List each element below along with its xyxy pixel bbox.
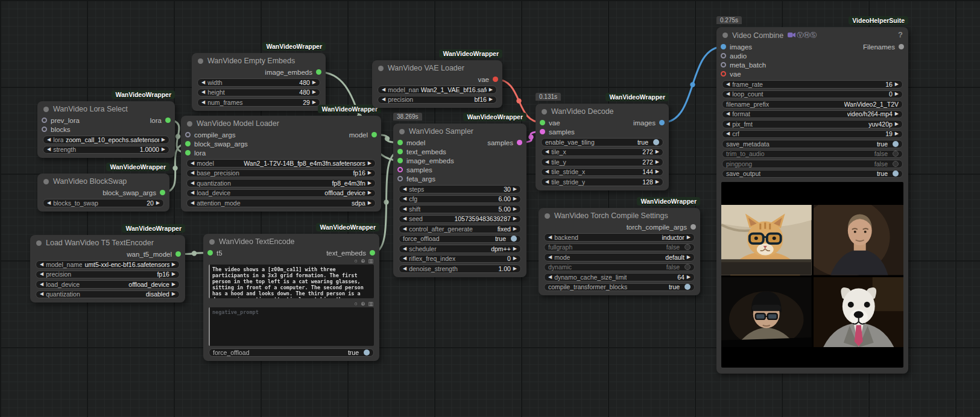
widget-precision[interactable]: ◀precisionbf16▶ <box>378 96 497 104</box>
decrement-arrow[interactable]: ◀ <box>545 149 549 154</box>
increment-arrow[interactable]: ▶ <box>172 272 175 277</box>
node-vae_loader[interactable]: WanVideoWrapperWanVideo VAE Loadervae◀mo… <box>372 60 502 108</box>
widget-precision[interactable]: ◀precisionfp16▶ <box>36 271 180 279</box>
widget-compile_transformer_blocks[interactable]: compile_transformer_blockstrue <box>544 283 695 292</box>
output-slot-dot[interactable] <box>397 149 403 154</box>
widget-control_after_generate[interactable]: ◀control_after_generatefixed▶ <box>399 225 521 233</box>
widget-model_name[interactable]: ◀model_nameumt5-xxl-enc-bf16.safetensors… <box>36 260 180 269</box>
decrement-arrow[interactable]: ◀ <box>40 282 43 287</box>
node-lora_select[interactable]: WanVideoWrapperWanVideo Lora Selectprev_… <box>37 101 175 158</box>
increment-arrow[interactable]: ▶ <box>489 97 493 102</box>
collapse-dot[interactable] <box>542 109 547 114</box>
output-slot-dot[interactable] <box>721 44 726 49</box>
input-slot-dot[interactable] <box>397 167 403 172</box>
widget-num_frames[interactable]: ◀num_frames29▶ <box>197 98 320 107</box>
decrement-arrow[interactable]: ◀ <box>403 227 406 231</box>
decrement-arrow[interactable]: ◀ <box>201 100 205 105</box>
widget-shift[interactable]: ◀shift5.00▶ <box>399 205 521 213</box>
increment-arrow[interactable]: ▶ <box>162 137 165 142</box>
increment-arrow[interactable]: ▶ <box>368 181 371 186</box>
widget-scheduler[interactable]: ◀schedulerdpm++▶ <box>399 245 521 253</box>
increment-arrow[interactable]: ▶ <box>513 246 517 251</box>
output-slot-dot[interactable] <box>899 44 904 49</box>
input-slot-dot[interactable] <box>42 118 47 123</box>
node-empty_embeds[interactable]: WanVideoWrapperWanVideo Empty Embedsimag… <box>192 53 326 111</box>
widget-save_output[interactable]: save_outputtrue <box>722 170 903 178</box>
input-slot-dot[interactable] <box>721 71 726 77</box>
collapse-dot[interactable] <box>399 129 405 134</box>
toggle-dot[interactable] <box>893 161 899 167</box>
toggle-dot[interactable] <box>684 264 691 270</box>
output-slot-dot[interactable] <box>493 77 498 82</box>
widget-pix_fmt[interactable]: ◀pix_fmtyuv420p▶ <box>722 120 903 128</box>
widget-seed[interactable]: ◀seed1057359483639287▶ <box>399 215 521 224</box>
widget-quantization[interactable]: ◀quantizationdisabled▶ <box>36 290 180 299</box>
node-blockswap[interactable]: WanVideoWrapperWanVideo BlockSwapblock_s… <box>37 174 169 212</box>
crosshair-icon[interactable]: ⊕ <box>361 258 365 264</box>
toggle-dot[interactable] <box>364 350 370 356</box>
increment-arrow[interactable]: ▶ <box>312 100 316 105</box>
decrement-arrow[interactable]: ◀ <box>47 137 51 142</box>
increment-arrow[interactable]: ▶ <box>172 262 175 267</box>
output-slot-dot[interactable] <box>659 120 665 125</box>
widget-dynamic[interactable]: dynamicfalse <box>544 263 695 272</box>
decrement-arrow[interactable]: ◀ <box>403 187 406 192</box>
widget-mode[interactable]: ◀modedefault▶ <box>544 253 695 262</box>
decrement-arrow[interactable]: ◀ <box>403 207 406 212</box>
collapse-dot[interactable] <box>36 240 42 246</box>
collapse-dot[interactable] <box>545 213 550 219</box>
increment-arrow[interactable]: ▶ <box>656 160 659 165</box>
input-slot-dot[interactable] <box>397 176 403 181</box>
decrement-arrow[interactable]: ◀ <box>382 87 385 92</box>
output-slot-dot[interactable] <box>397 158 403 163</box>
widget-cfg[interactable]: ◀cfg6.00▶ <box>399 195 521 204</box>
decrement-arrow[interactable]: ◀ <box>545 160 549 165</box>
widget-lora[interactable]: ◀lorazoom_call_10_epochs.safetensors▶ <box>43 136 169 144</box>
widget-load_device[interactable]: ◀load_deviceoffload_device▶ <box>36 280 180 289</box>
decrement-arrow[interactable]: ◀ <box>403 256 406 261</box>
negative-prompt-input[interactable] <box>209 307 374 346</box>
output-slot-dot[interactable] <box>517 140 522 145</box>
decrement-arrow[interactable]: ◀ <box>403 266 406 271</box>
widget-blocks_to_swap[interactable]: ◀blocks_to_swap20▶ <box>43 199 164 207</box>
decrement-arrow[interactable]: ◀ <box>545 180 549 184</box>
decrement-arrow[interactable]: ◀ <box>382 97 385 102</box>
decrement-arrow[interactable]: ◀ <box>726 111 730 116</box>
widget-height[interactable]: ◀height480▶ <box>197 89 320 97</box>
increment-arrow[interactable]: ▶ <box>656 180 659 184</box>
decrement-arrow[interactable]: ◀ <box>191 190 194 195</box>
decrement-arrow[interactable]: ◀ <box>726 82 730 87</box>
decrement-arrow[interactable]: ◀ <box>548 255 552 260</box>
widget-dynamo_cache_size_limit[interactable]: ◀dynamo_cache_size_limit64▶ <box>544 273 695 281</box>
widget-strength[interactable]: ◀strength1.0000▶ <box>43 146 169 154</box>
node-decode[interactable]: 0.131sWanVideoWrapperWanVideo Decodevaei… <box>536 104 669 190</box>
node-video_combine[interactable]: 0.275sVideoHelperSuiteVideo CombineⓋⒽⓈ?i… <box>716 27 908 374</box>
increment-arrow[interactable]: ▶ <box>895 111 899 116</box>
widget-width[interactable]: ◀width480▶ <box>197 78 320 87</box>
decrement-arrow[interactable]: ◀ <box>726 122 730 127</box>
collapse-dot[interactable] <box>43 179 49 184</box>
input-slot-dot[interactable] <box>721 62 726 67</box>
positive-prompt-input[interactable] <box>209 265 374 298</box>
increment-arrow[interactable]: ▶ <box>687 255 691 260</box>
increment-arrow[interactable]: ▶ <box>513 207 517 212</box>
widget-tile_y[interactable]: ◀tile_y272▶ <box>541 158 663 166</box>
increment-arrow[interactable]: ▶ <box>172 282 175 287</box>
increment-arrow[interactable]: ▶ <box>172 292 175 296</box>
increment-arrow[interactable]: ▶ <box>513 256 517 261</box>
output-slot-dot[interactable] <box>371 132 377 137</box>
decrement-arrow[interactable]: ◀ <box>191 161 194 166</box>
increment-arrow[interactable]: ▶ <box>513 227 517 231</box>
decrement-arrow[interactable]: ◀ <box>403 216 406 221</box>
decrement-arrow[interactable]: ◀ <box>548 235 552 240</box>
toggle-dot[interactable] <box>511 236 517 242</box>
widget-loop_count[interactable]: ◀loop_count0▶ <box>722 90 903 99</box>
output-slot-dot[interactable] <box>540 129 545 134</box>
increment-arrow[interactable]: ▶ <box>368 171 371 175</box>
crosshair-icon[interactable]: ⊕ <box>361 301 365 307</box>
increment-arrow[interactable]: ▶ <box>895 82 899 87</box>
collapse-dot[interactable] <box>187 121 192 127</box>
output-slot-dot[interactable] <box>207 250 213 256</box>
increment-arrow[interactable]: ▶ <box>895 92 899 96</box>
widget-quantization[interactable]: ◀quantizationfp8_e4m3fn▶ <box>186 179 376 187</box>
